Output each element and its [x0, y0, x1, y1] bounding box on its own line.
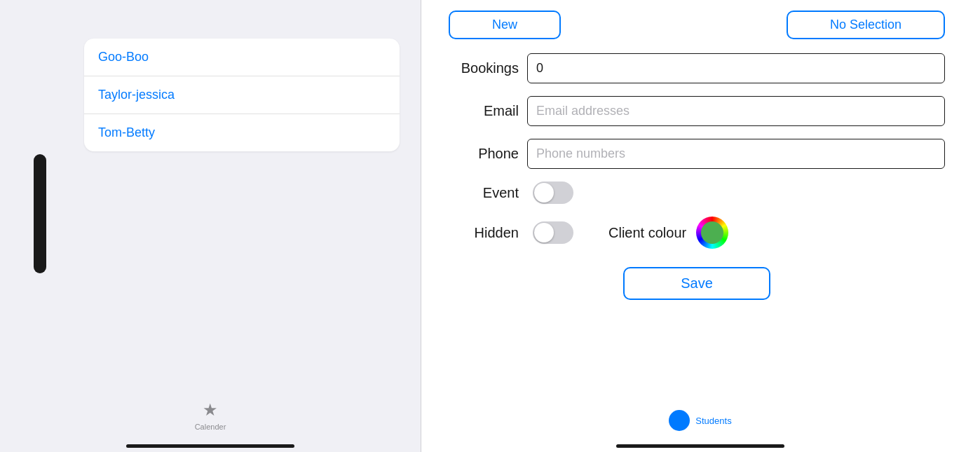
top-buttons-row: New No Selection: [449, 7, 945, 39]
event-row: Event: [449, 182, 945, 204]
bookings-row: Bookings: [449, 53, 945, 83]
client-colour-label: Client colour: [608, 225, 686, 241]
save-row: Save: [449, 267, 945, 300]
phone-label: Phone: [449, 146, 519, 162]
left-panel: Goo-Boo Taylor-jessica Tom-Betty ★ Calen…: [0, 0, 421, 452]
calender-tab[interactable]: ★ Calender: [195, 400, 226, 431]
bottom-tab-bar-right: Students: [421, 410, 980, 431]
client-colour-picker[interactable]: [696, 217, 728, 249]
students-dot: [669, 410, 690, 431]
hidden-toggle-knob: [534, 223, 554, 242]
save-button[interactable]: Save: [623, 267, 770, 300]
home-indicator-right: [616, 444, 784, 448]
event-toggle[interactable]: [533, 182, 573, 204]
home-indicator-left: [126, 444, 294, 448]
email-input[interactable]: [527, 96, 945, 126]
email-label: Email: [449, 103, 519, 119]
list-item-goo-boo[interactable]: Goo-Boo: [84, 39, 400, 76]
client-form: Bookings Email Phone Event Hidden: [449, 53, 945, 445]
hidden-label: Hidden: [449, 225, 519, 241]
hidden-toggle[interactable]: [533, 221, 573, 244]
email-row: Email: [449, 96, 945, 126]
event-toggle-knob: [534, 183, 554, 203]
contacts-list: Goo-Boo Taylor-jessica Tom-Betty: [84, 39, 400, 151]
color-wheel-inner: [701, 221, 723, 244]
event-toggle-wrapper: [533, 182, 573, 204]
bookings-input[interactable]: [527, 53, 945, 83]
panel-divider: [421, 0, 421, 452]
star-icon: ★: [203, 400, 218, 420]
hidden-row: Hidden Client colour: [449, 217, 945, 249]
right-panel: New No Selection Bookings Email Phone Ev…: [421, 0, 980, 452]
event-label: Event: [449, 185, 519, 201]
bottom-tab-bar-left: ★ Calender: [0, 400, 421, 431]
client-colour-section: Client colour: [608, 217, 728, 249]
scroll-indicator: [34, 154, 46, 273]
students-tab-label[interactable]: Students: [695, 416, 731, 426]
no-selection-button[interactable]: No Selection: [787, 11, 945, 39]
bookings-label: Bookings: [449, 60, 519, 76]
phone-row: Phone: [449, 139, 945, 169]
new-button[interactable]: New: [449, 11, 561, 39]
hidden-toggle-wrapper: [533, 221, 573, 244]
phone-input[interactable]: [527, 139, 945, 169]
list-item-taylor-jessica[interactable]: Taylor-jessica: [84, 76, 400, 114]
calender-tab-label: Calender: [195, 423, 226, 431]
list-item-tom-betty[interactable]: Tom-Betty: [84, 114, 400, 151]
